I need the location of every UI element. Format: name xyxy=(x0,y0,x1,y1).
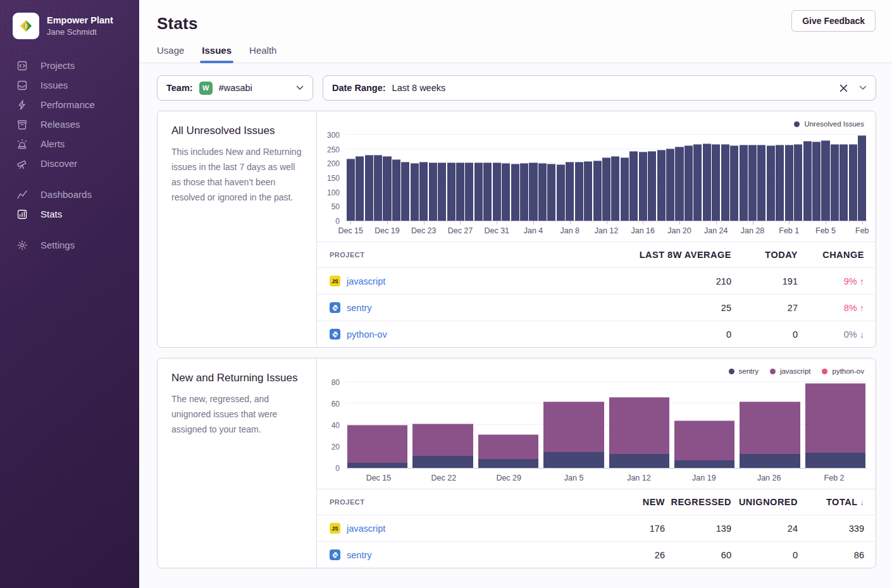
give-feedback-button[interactable]: Give Feedback xyxy=(791,10,876,32)
y-axis-tick-label: 150 xyxy=(327,175,340,182)
sidebar-item-stats[interactable]: Stats xyxy=(16,204,139,224)
bar xyxy=(666,149,674,221)
bar-segment-sentry xyxy=(347,463,407,469)
x-axis-tick-label: Feb 1 xyxy=(779,226,799,235)
sidebar-item-label: Alerts xyxy=(40,138,65,149)
value-cell: 26 xyxy=(598,550,665,560)
project-cell: JSjavascript xyxy=(330,523,598,534)
x-axis-tick xyxy=(533,221,534,224)
bar xyxy=(776,145,784,221)
legend-item-unresolved-issues[interactable]: Unresolved Issues xyxy=(794,120,864,128)
bar xyxy=(520,163,528,221)
bar xyxy=(347,159,355,221)
y-axis-tick-label: 40 xyxy=(331,422,340,429)
panel-all-unresolved-issues: All Unresolved Issues This includes New … xyxy=(157,111,876,348)
javascript-project-icon: JS xyxy=(330,523,340,534)
value-cell: 25 xyxy=(624,303,731,313)
sidebar-item-issues[interactable]: Issues xyxy=(16,75,139,95)
legend-item-javascript[interactable]: javascript xyxy=(770,367,811,375)
x-axis-tick-label: Jan 20 xyxy=(667,226,691,235)
x-axis-tick xyxy=(424,221,424,224)
x-axis-tick xyxy=(753,221,753,224)
bar xyxy=(693,144,702,221)
org-switcher[interactable]: Empower Plant Jane Schmidt xyxy=(0,0,139,39)
x-axis-tick-label: Dec 23 xyxy=(411,226,437,235)
stacked-bar xyxy=(609,397,669,468)
chart-plot-area: 050100150200250300 xyxy=(317,135,867,221)
unresolved-issues-table: PROJECTLAST 8W AVERAGETODAYCHANGEJSjavas… xyxy=(317,242,876,347)
table-row: JSjavascript2101919% ↑ xyxy=(317,267,876,294)
discover-icon xyxy=(16,158,28,169)
sidebar-item-performance[interactable]: Performance xyxy=(16,95,139,114)
panel-description: The new, regressed, and unignored issues… xyxy=(171,391,302,437)
x-axis-tick-label: Jan 19 xyxy=(671,469,736,485)
bar xyxy=(401,162,409,221)
bar xyxy=(821,140,829,221)
bar xyxy=(767,145,775,221)
bar xyxy=(858,135,866,221)
team-select[interactable]: Team: W #wasabi xyxy=(157,75,313,101)
tab-usage[interactable]: Usage xyxy=(157,45,184,63)
bar-segment-sentry xyxy=(674,460,734,468)
stats-icon xyxy=(16,209,28,220)
sidebar-item-settings[interactable]: Settings xyxy=(16,235,139,255)
sidebar-item-dashboards[interactable]: Dashboards xyxy=(16,185,139,204)
y-axis-tick-label: 0 xyxy=(335,465,340,472)
bar-segment-sentry xyxy=(478,459,538,468)
bar xyxy=(529,162,537,221)
column-header-total[interactable]: TOTAL↓ xyxy=(798,497,864,507)
sidebar-item-label: Performance xyxy=(40,99,95,110)
project-link-sentry[interactable]: sentry xyxy=(347,303,372,313)
org-logo-icon xyxy=(13,13,39,39)
python-project-icon xyxy=(330,329,340,340)
stacked-bar-series xyxy=(346,383,867,468)
new-returning-issues-chart: sentryjavascriptpython-ov020406080Dec 15… xyxy=(317,358,876,489)
project-link-python-ov[interactable]: python-ov xyxy=(347,329,387,340)
sidebar-item-alerts[interactable]: Alerts xyxy=(16,134,139,154)
value-cell: 24 xyxy=(731,524,798,534)
main-area: Stats Give Feedback UsageIssuesHealth Te… xyxy=(139,0,892,588)
bar xyxy=(575,162,583,221)
legend-item-sentry[interactable]: sentry xyxy=(729,367,759,375)
projects-icon xyxy=(16,60,28,71)
project-link-javascript[interactable]: javascript xyxy=(347,524,385,534)
project-cell: sentry xyxy=(330,549,598,560)
sidebar-nav: ProjectsIssuesPerformanceReleasesAlertsD… xyxy=(0,56,139,255)
legend-item-python-ov[interactable]: python-ov xyxy=(822,367,864,375)
settings-icon xyxy=(16,240,28,251)
project-link-sentry[interactable]: sentry xyxy=(347,550,372,560)
bar xyxy=(411,163,419,221)
clear-date-range-icon[interactable] xyxy=(839,84,848,92)
date-range-select[interactable]: Date Range: Last 8 weeks xyxy=(323,75,876,101)
y-axis-tick-label: 0 xyxy=(335,217,340,225)
x-axis-tick-label: Dec 15 xyxy=(338,226,363,235)
tab-issues[interactable]: Issues xyxy=(202,45,232,63)
value-cell: 0 xyxy=(624,329,731,340)
x-axis-tick-label: Feb 5 xyxy=(815,226,836,235)
x-axis-tick xyxy=(789,221,790,224)
tab-health[interactable]: Health xyxy=(249,45,276,63)
sidebar-item-projects[interactable]: Projects xyxy=(16,56,139,75)
bar xyxy=(419,162,428,221)
sidebar-item-discover[interactable]: Discover xyxy=(16,154,139,173)
value-cell: 0 xyxy=(731,329,798,340)
bar xyxy=(456,162,464,221)
nav-group: Settings xyxy=(16,235,139,255)
bar-segment-sentry xyxy=(609,454,669,468)
project-link-javascript[interactable]: javascript xyxy=(347,276,385,286)
bar xyxy=(839,144,848,221)
bar xyxy=(356,156,364,221)
column-header-last-8w-average: LAST 8W AVERAGE xyxy=(624,250,731,260)
column-header-unignored: UNIGNORED xyxy=(731,497,798,507)
bar xyxy=(483,162,492,221)
sidebar-item-releases[interactable]: Releases xyxy=(16,114,139,134)
x-axis-tick-label: Dec 22 xyxy=(411,469,476,485)
x-axis-tick-label: Jan 12 xyxy=(607,469,672,485)
sidebar-item-label: Issues xyxy=(40,80,68,90)
user-name: Jane Schmidt xyxy=(47,27,113,37)
bar-segment-sentry xyxy=(543,452,604,469)
chart-legend: Unresolved Issues xyxy=(317,119,867,129)
legend-label: Unresolved Issues xyxy=(804,120,864,128)
bar xyxy=(812,142,821,221)
stacked-bar xyxy=(805,383,865,468)
